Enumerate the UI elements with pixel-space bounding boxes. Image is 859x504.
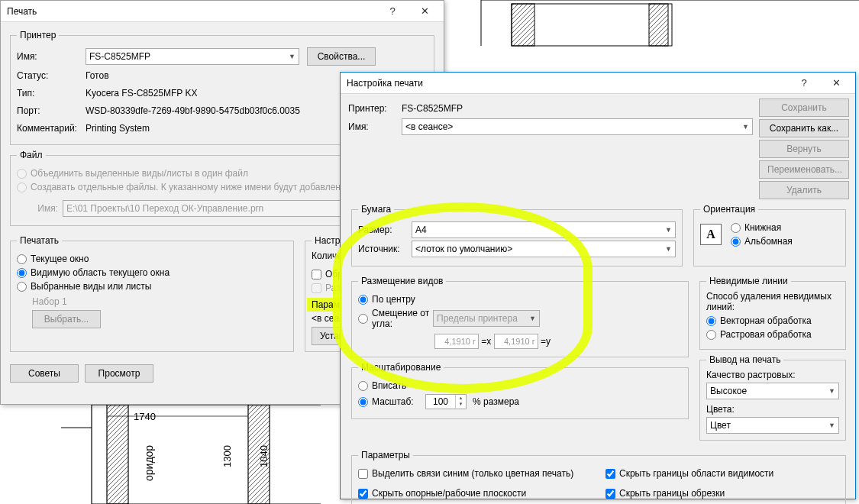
delete-button: Удалить bbox=[759, 181, 849, 199]
spin-up-icon[interactable]: ▲ bbox=[456, 395, 466, 401]
hide-crop-label: Скрыть границы обрезки bbox=[619, 488, 725, 499]
setup-dialog-title: Настройка печати bbox=[347, 78, 788, 89]
paper-group-label: Бумага bbox=[358, 204, 394, 215]
chevron-down-icon: ▼ bbox=[289, 53, 295, 60]
setup-name-label: Имя: bbox=[348, 121, 402, 132]
print-range-group: Печатать Текущее окно Видимую область те… bbox=[10, 235, 294, 352]
close-icon[interactable]: ✕ bbox=[820, 73, 852, 93]
help-icon[interactable]: ? bbox=[788, 73, 820, 93]
fit-radio[interactable] bbox=[358, 381, 368, 391]
center-radio[interactable] bbox=[358, 295, 368, 305]
chevron-down-icon: ▼ bbox=[529, 315, 536, 322]
chevron-down-icon: ▼ bbox=[665, 226, 672, 234]
output-group: Вывод на печать Качество растровых: Высо… bbox=[699, 354, 846, 441]
svg-text:оридор: оридор bbox=[143, 445, 155, 481]
raster-quality-dropdown[interactable]: Высокое▼ bbox=[706, 383, 839, 399]
vector-radio[interactable] bbox=[706, 316, 716, 326]
orient-landscape-label: Альбомная bbox=[744, 236, 793, 247]
range-selected-radio[interactable] bbox=[17, 282, 27, 292]
svg-rect-2 bbox=[512, 4, 672, 46]
fit-label: Вписать bbox=[372, 380, 406, 391]
file-combine-radio bbox=[17, 169, 27, 179]
setup-name-dropdown[interactable]: <в сеансе> ▼ bbox=[402, 118, 753, 135]
colors-dropdown[interactable]: Цвет▼ bbox=[706, 417, 839, 434]
tips-button[interactable]: Советы bbox=[10, 364, 79, 383]
chevron-down-icon: ▼ bbox=[665, 245, 672, 253]
placement-group: Размещение видов По центру Смещение от у… bbox=[351, 276, 689, 357]
spin-down-icon[interactable]: ▼ bbox=[456, 401, 466, 407]
file-name-label: Имя: bbox=[17, 203, 63, 214]
orientation-group: Ориентация A Книжная Альбомная bbox=[693, 204, 846, 267]
file-combine-label: Объединить выделенные виды/листы в один … bbox=[31, 168, 248, 179]
placement-label: Размещение видов bbox=[358, 276, 446, 286]
comment-label: Комментарий: bbox=[17, 123, 86, 134]
file-separate-label: Создавать отдельные файлы. К указанному … bbox=[31, 182, 341, 192]
select-views-button: Выбрать... bbox=[32, 310, 101, 328]
paper-source-dropdown[interactable]: <лоток по умолчанию>▼ bbox=[412, 241, 676, 257]
print-dialog-title: Печать bbox=[7, 6, 376, 17]
print-dialog-titlebar[interactable]: Печать ? ✕ bbox=[1, 1, 444, 22]
zoom-group-label: Масштабирование bbox=[358, 362, 444, 373]
paper-group: Бумага Размер: A4▼ Источник: <лоток по у… bbox=[351, 204, 683, 267]
output-group-label: Вывод на печать bbox=[706, 354, 783, 365]
hidden-lines-group: Невидимые линии Способ удаления невидимы… bbox=[699, 276, 846, 350]
colors-label: Цвета: bbox=[706, 404, 839, 415]
save-button: Сохранить bbox=[759, 99, 849, 117]
raster-label: Растровая обработка bbox=[720, 329, 812, 340]
chevron-down-icon: ▼ bbox=[742, 123, 749, 131]
svg-text:1040: 1040 bbox=[258, 445, 270, 467]
raster-q-label: Качество растровых: bbox=[706, 370, 839, 380]
svg-rect-3 bbox=[512, 4, 534, 46]
scale-input[interactable]: ▲▼ bbox=[425, 394, 467, 409]
status-label: Статус: bbox=[17, 70, 86, 81]
offset-radio[interactable] bbox=[358, 314, 368, 324]
preview-button[interactable]: Просмотр bbox=[85, 364, 153, 383]
params-group: Параметры Выделить связи синим (только ц… bbox=[351, 450, 846, 504]
orient-landscape-radio[interactable] bbox=[731, 237, 741, 247]
properties-button[interactable]: Свойства... bbox=[307, 47, 376, 66]
printer-name-dropdown[interactable]: FS-C8525MFP ▼ bbox=[86, 48, 299, 65]
file-separate-radio bbox=[17, 183, 27, 192]
hide-ref-check[interactable] bbox=[358, 489, 368, 499]
offset-y-input bbox=[494, 334, 538, 349]
chevron-down-icon: ▼ bbox=[828, 422, 835, 429]
orient-portrait-radio[interactable] bbox=[731, 223, 741, 233]
scale-radio[interactable] bbox=[358, 397, 368, 407]
offset-x-input bbox=[434, 334, 479, 349]
svg-text:1300: 1300 bbox=[221, 445, 233, 467]
port-label: Порт: bbox=[17, 105, 86, 116]
hide-crop-check[interactable] bbox=[605, 489, 615, 499]
hidden-caption: Способ удаления невидимых линий: bbox=[706, 291, 839, 312]
save-as-button[interactable]: Сохранить как... bbox=[759, 119, 849, 137]
set-label: Набор 1 bbox=[32, 296, 287, 307]
svg-rect-4 bbox=[649, 4, 668, 46]
params-group-label: Параметры bbox=[358, 450, 413, 460]
paper-source-label: Источник: bbox=[358, 244, 412, 254]
rename-button: Переименовать... bbox=[759, 160, 849, 179]
orient-portrait-label: Книжная bbox=[744, 222, 781, 233]
links-blue-check[interactable] bbox=[358, 469, 368, 479]
orientation-label: Ориентация bbox=[700, 204, 758, 215]
orientation-preview-icon: A bbox=[700, 224, 722, 245]
close-icon[interactable]: ✕ bbox=[409, 2, 441, 21]
name-label: Имя: bbox=[17, 51, 86, 62]
range-visible-label: Видимую область текущего окна bbox=[31, 267, 170, 278]
vector-label: Векторная обработка bbox=[720, 315, 812, 326]
raster-radio[interactable] bbox=[706, 330, 716, 340]
help-icon[interactable]: ? bbox=[376, 2, 409, 21]
range-current-radio[interactable] bbox=[17, 254, 27, 264]
print-range-label: Печатать bbox=[17, 235, 62, 246]
range-visible-radio[interactable] bbox=[17, 268, 27, 278]
zoom-group: Масштабирование Вписать Масштаб: ▲▼ % ра… bbox=[351, 362, 689, 419]
center-label: По центру bbox=[372, 294, 415, 305]
hidden-group-label: Невидимые линии bbox=[706, 276, 791, 286]
setup-dialog-titlebar[interactable]: Настройка печати ? ✕ bbox=[341, 73, 855, 94]
scale-label: Масштаб: bbox=[372, 396, 425, 407]
paper-size-dropdown[interactable]: A4▼ bbox=[412, 221, 676, 238]
paper-size-label: Размер: bbox=[358, 225, 412, 235]
offset-label: Смещение от угла: bbox=[372, 308, 433, 329]
reverse-order-check[interactable] bbox=[312, 270, 321, 279]
hide-visibility-check[interactable] bbox=[605, 469, 615, 479]
svg-rect-9 bbox=[107, 405, 128, 504]
revert-button: Вернуть bbox=[759, 140, 849, 158]
